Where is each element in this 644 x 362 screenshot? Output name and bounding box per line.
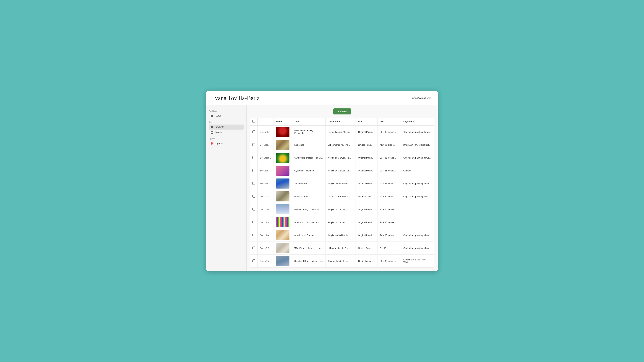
row-category-0: Original Painti...	[356, 125, 378, 138]
sidebar-item-logout[interactable]: ✕ Log Out	[209, 141, 244, 146]
row-checkbox-8[interactable]	[252, 234, 255, 236]
row-checkbox-4[interactable]	[252, 182, 255, 185]
product-thumbnail-3	[276, 166, 290, 176]
row-size-4: 20 x 26 inches ...	[378, 177, 401, 190]
row-keywords-1: lithograph , art, original art,...	[401, 138, 434, 151]
row-checkbox-cell	[250, 164, 258, 177]
row-size-9: 5 X 10	[378, 242, 401, 255]
products-table: ID Image Title Description cate... size …	[250, 118, 434, 267]
row-checkbox-2[interactable]	[252, 156, 255, 159]
row-title-9: "My Worst Nightmares ( tra...	[292, 242, 326, 255]
row-id-4: 64c1b88...	[258, 177, 274, 190]
row-category-8: Original Painti...	[356, 229, 378, 242]
row-category-2: Original Painti...	[356, 151, 378, 164]
row-category-5: No prints are ...	[356, 190, 378, 203]
row-id-10: 64c1c35d...	[258, 255, 274, 268]
row-checkbox-7[interactable]	[252, 221, 255, 223]
sidebar-item-products[interactable]: Products	[209, 124, 244, 130]
row-size-2: 30 x 36 inches ...	[378, 151, 401, 164]
row-title-10: Sacrificial Object: White, La...	[292, 255, 326, 268]
table-row: 64c1b88... To Turn Away Acrylic and Mode…	[250, 177, 434, 190]
row-description-2: Acrylic on Canvas, I p...	[326, 151, 356, 164]
product-thumbnail-0	[276, 127, 290, 137]
product-thumbnail-9	[276, 243, 290, 253]
row-checkbox-cell	[250, 255, 258, 268]
row-category-4: Original Painti...	[356, 177, 378, 190]
row-title-7: Abstraction from the Land: ...	[292, 216, 326, 229]
row-checkbox-1[interactable]	[252, 143, 255, 146]
row-description-9: Lithographic Ink, Pro...	[326, 242, 356, 255]
col-header-image: Image	[274, 118, 292, 125]
row-image-0	[274, 125, 292, 138]
table-row: 64c1ad2... Mi Nochebuena/My Poinsettia P…	[250, 125, 434, 138]
row-category-7: Original Painti...	[356, 216, 378, 229]
row-checkbox-cell	[250, 203, 258, 216]
add-new-button[interactable]: Add New	[334, 108, 351, 114]
row-checkbox-cell	[250, 242, 258, 255]
home-icon	[210, 114, 213, 117]
row-checkbox-5[interactable]	[252, 195, 255, 198]
row-image-10	[274, 255, 292, 268]
row-keywords-0: Original art, painting, flowe...	[401, 125, 434, 138]
row-checkbox-9[interactable]	[252, 247, 255, 249]
row-checkbox-6[interactable]	[252, 208, 255, 211]
row-description-0: Poinsettias are Mexic...	[326, 125, 356, 138]
col-header-keywords: keyWords	[401, 118, 434, 125]
table-row: 64c1b7b... Cyclamen Persicum Acrylic on …	[250, 164, 434, 177]
row-keywords-5: Original art, painting, flowe...	[401, 190, 434, 203]
logout-icon: ✕	[210, 142, 213, 145]
sidebar-logout-label: Log Out	[215, 142, 223, 145]
row-id-3: 64c1b7b...	[258, 164, 274, 177]
row-checkbox-cell	[250, 125, 258, 138]
row-id-5: 64c1c05a...	[258, 190, 274, 203]
row-image-2	[274, 151, 292, 164]
row-title-2: Sunflowers of Hope: For Uk...	[292, 151, 326, 164]
table-row: 64c1c35d... Sacrificial Object: White, L…	[250, 255, 434, 268]
row-checkbox-3[interactable]	[252, 169, 255, 172]
row-keywords-2: Original art, painting, flowe...	[401, 151, 434, 164]
col-header-description: Description	[326, 118, 356, 125]
sidebar-item-events[interactable]: Events	[209, 130, 244, 135]
table-header-row: ID Image Title Description cate... size …	[250, 118, 434, 125]
col-header-title: Title	[292, 118, 326, 125]
actions-section-label: Actions	[209, 121, 244, 123]
logo: Ivana Tovilla-Bátiz	[213, 94, 260, 102]
row-keywords-9: Original art, painting, abstr...	[401, 242, 434, 255]
table-row: 64c1c05a... Mad Shadows Graphite Pencil …	[250, 190, 434, 203]
row-image-6	[274, 203, 292, 216]
row-checkbox-10[interactable]	[252, 259, 255, 262]
dashboard-section-label: Dashboard	[209, 110, 244, 112]
sidebar-item-home[interactable]: Home	[209, 113, 244, 118]
row-id-8: 64c1c1e4...	[258, 229, 274, 242]
row-keywords-3: whatever	[401, 164, 434, 177]
row-size-6: 10 x 20 inches ...	[378, 203, 401, 216]
row-id-0: 64c1ad2...	[258, 125, 274, 138]
table-row: 64c1c0e0... Remembering Tobermory Acryli…	[250, 203, 434, 216]
row-image-8	[274, 229, 292, 242]
row-size-5: 20 x 26 inches ...	[378, 190, 401, 203]
row-image-3	[274, 164, 292, 177]
row-size-7: 24 x 30 inches ...	[378, 216, 401, 229]
row-checkbox-cell	[250, 151, 258, 164]
row-title-4: To Turn Away	[292, 177, 326, 190]
row-checkbox-0[interactable]	[252, 130, 255, 133]
header: Ivana Tovilla-Bátiz ivana@gmail.com	[206, 91, 438, 105]
product-thumbnail-5	[276, 191, 290, 201]
col-header-size: size	[378, 118, 401, 125]
row-description-5: Graphite Pencil on Ill...	[326, 190, 356, 203]
row-title-5: Mad Shadows	[292, 190, 326, 203]
options-section-label: Options	[209, 138, 244, 140]
row-category-6: Original Painti...	[356, 203, 378, 216]
row-keywords-6	[401, 203, 434, 216]
products-icon	[210, 125, 213, 129]
row-size-1: Multiple size p...	[378, 138, 401, 151]
row-image-4	[274, 177, 292, 190]
select-all-checkbox[interactable]	[252, 120, 255, 123]
toolbar: Add New	[250, 108, 434, 114]
main-layout: Dashboard Home Actions Products	[206, 105, 438, 271]
product-thumbnail-6	[276, 204, 290, 214]
row-checkbox-cell	[250, 216, 258, 229]
row-id-6: 64c1c0e0...	[258, 203, 274, 216]
row-checkbox-cell	[250, 190, 258, 203]
row-title-0: Mi Nochebuena/My Poinsettia	[292, 125, 326, 138]
